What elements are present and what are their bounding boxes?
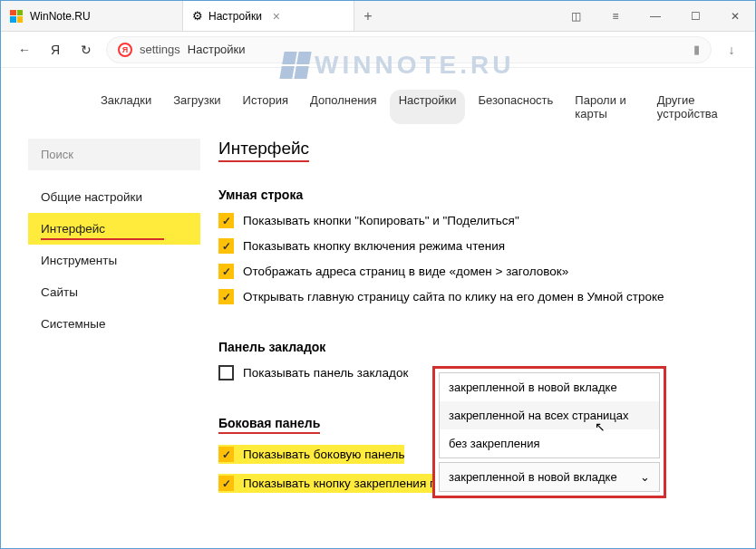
bookmark-icon[interactable]: ▮ bbox=[693, 43, 700, 56]
close-window-button[interactable]: ✕ bbox=[715, 1, 755, 31]
opt-domain-title[interactable]: Отображать адреса страниц в виде «домен … bbox=[218, 264, 728, 279]
checkbox-icon[interactable] bbox=[218, 264, 234, 279]
yandex-home-button[interactable]: Я bbox=[44, 39, 66, 61]
new-tab-button[interactable]: + bbox=[354, 1, 382, 31]
nav-settings[interactable]: Настройки bbox=[390, 90, 466, 124]
sidebar-item-general[interactable]: Общие настройки bbox=[28, 181, 200, 213]
dropdown-list: закрепленной в новой вкладке закрепленно… bbox=[439, 372, 660, 458]
tab-close-button[interactable]: × bbox=[273, 9, 280, 24]
nav-devices[interactable]: Другие устройства bbox=[648, 90, 737, 124]
opt-show-side-panel[interactable]: Показывать боковую панель bbox=[218, 445, 404, 464]
nav-security[interactable]: Безопасность bbox=[469, 90, 562, 124]
sidebar-item-system[interactable]: Системные bbox=[28, 308, 200, 340]
dropdown-option-all-pages[interactable]: закрепленной на всех страницах bbox=[440, 401, 659, 429]
nav-bookmarks[interactable]: Закладки bbox=[92, 90, 160, 124]
reload-button[interactable]: ↻ bbox=[75, 39, 97, 61]
dropdown-option-no-pin[interactable]: без закрепления bbox=[440, 429, 659, 458]
chevron-down-icon: ⌄ bbox=[640, 470, 650, 484]
tab-settings[interactable]: ⚙ Настройки × bbox=[182, 1, 354, 31]
menu-icon[interactable]: ≡ bbox=[596, 1, 635, 31]
checkbox-icon[interactable] bbox=[218, 476, 234, 491]
tab-winnote[interactable]: WinNote.RU bbox=[1, 1, 182, 31]
checkbox-icon[interactable] bbox=[218, 289, 234, 304]
reader-icon[interactable]: ◫ bbox=[556, 1, 596, 31]
download-button[interactable]: ↓ bbox=[721, 39, 742, 61]
dropdown-select[interactable]: закрепленной в новой вкладке ⌄ bbox=[439, 462, 660, 492]
dropdown-popup: закрепленной в новой вкладке закрепленно… bbox=[432, 366, 666, 498]
section-heading: Интерфейс bbox=[218, 139, 309, 162]
search-input[interactable]: Поиск bbox=[28, 139, 200, 170]
smart-bar-heading: Умная строка bbox=[218, 188, 728, 202]
cursor-hand-icon: ↖ bbox=[595, 419, 606, 434]
settings-top-nav: Закладки Загрузки История Дополнения Нас… bbox=[1, 68, 755, 139]
minimize-button[interactable]: — bbox=[635, 1, 675, 31]
nav-passwords[interactable]: Пароли и карты bbox=[566, 90, 645, 124]
maximize-button[interactable]: ☐ bbox=[675, 1, 715, 31]
yandex-logo-icon: Я bbox=[118, 43, 132, 57]
tab-title: WinNote.RU bbox=[30, 10, 91, 23]
dropdown-option-new-tab[interactable]: закрепленной в новой вкладке bbox=[440, 373, 659, 401]
sidebar-item-tools[interactable]: Инструменты bbox=[28, 245, 200, 276]
back-button[interactable]: ← bbox=[14, 39, 35, 61]
address-title: Настройки bbox=[188, 43, 246, 56]
sidebar-item-interface[interactable]: Интерфейс bbox=[28, 213, 200, 245]
opt-open-domain[interactable]: Открывать главную страницу сайта по клик… bbox=[218, 289, 728, 304]
tab-title: Настройки bbox=[208, 10, 262, 23]
address-bar[interactable]: Я settings Настройки ▮ bbox=[106, 36, 712, 63]
nav-addons[interactable]: Дополнения bbox=[301, 90, 386, 124]
gear-icon: ⚙ bbox=[192, 9, 203, 23]
bookmarks-panel-heading: Панель закладок bbox=[218, 340, 728, 354]
checkbox-icon[interactable] bbox=[218, 213, 234, 228]
opt-reader-mode[interactable]: Показывать кнопку включения режима чтени… bbox=[218, 238, 728, 254]
checkbox-icon[interactable] bbox=[218, 238, 234, 254]
nav-history[interactable]: История bbox=[234, 90, 297, 124]
browser-toolbar: ← Я ↻ Я settings Настройки ▮ ↓ bbox=[1, 32, 755, 68]
checkbox-icon[interactable] bbox=[218, 447, 234, 462]
checkbox-icon[interactable] bbox=[218, 365, 234, 380]
dropdown-selected-label: закрепленной в новой вкладке bbox=[449, 470, 617, 484]
nav-downloads[interactable]: Загрузки bbox=[164, 90, 229, 124]
settings-sidebar: Поиск Общие настройки Интерфейс Инструме… bbox=[28, 139, 200, 503]
side-panel-heading: Боковая панель bbox=[218, 416, 320, 434]
address-path: settings bbox=[140, 43, 180, 56]
sidebar-item-sites[interactable]: Сайты bbox=[28, 276, 200, 308]
opt-copy-share[interactable]: Показывать кнопки "Копировать" и "Подели… bbox=[218, 213, 728, 228]
ms-logo-icon bbox=[10, 10, 23, 23]
titlebar: WinNote.RU ⚙ Настройки × + ◫ ≡ — ☐ ✕ bbox=[1, 1, 755, 32]
